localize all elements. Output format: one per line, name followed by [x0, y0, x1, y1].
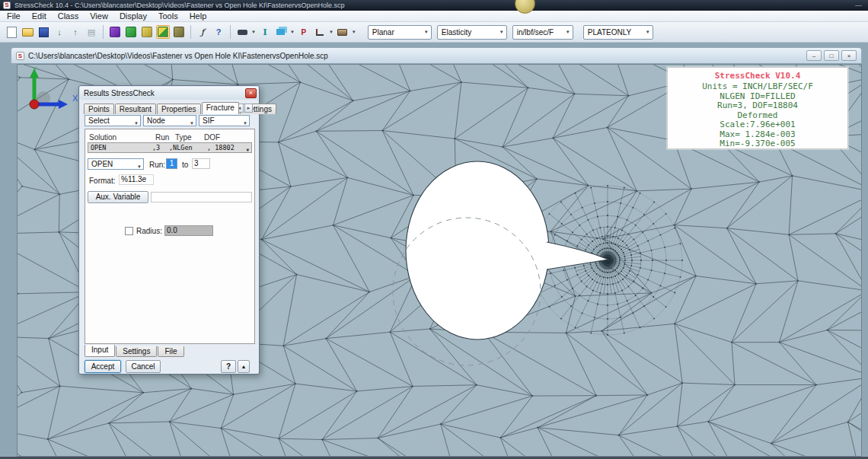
menu-file[interactable]: File	[7, 11, 21, 21]
menu-edit[interactable]: Edit	[32, 11, 46, 21]
column-run: Run	[155, 133, 169, 142]
menu-bar: File Edit Class View Display Tools Help	[0, 11, 868, 22]
info-min: Min=-9.370e-005	[668, 139, 847, 149]
view-dropdown[interactable]: ▼	[352, 30, 356, 34]
accept-button[interactable]: Accept	[85, 360, 121, 373]
plot-dropdown[interactable]: ▼	[329, 30, 333, 34]
units-combo[interactable]: in/lbf/sec/F ▼	[512, 25, 573, 40]
radius-input[interactable]: 0.0	[164, 225, 213, 236]
tab-resultant[interactable]: Resultant	[115, 104, 156, 114]
results-dialog[interactable]: Results StressCheck × Points Resultant P…	[78, 85, 260, 375]
toolbar-separator	[190, 25, 191, 39]
units-combo-value: in/lbf/sec/F	[517, 28, 554, 37]
class-material-button[interactable]	[140, 25, 154, 39]
help-button[interactable]: ?	[212, 25, 225, 39]
save-button[interactable]	[37, 25, 50, 39]
open-folder-icon	[22, 28, 34, 37]
child-window-titlebar[interactable]: S C:\Users\blancaster\Desktop\Videos\Fas…	[11, 47, 862, 63]
layers-dropdown[interactable]: ▼	[290, 30, 295, 34]
btab-settings[interactable]: Settings	[116, 346, 157, 357]
fracture-panel: Solution Run Type DOF OPEN ,3 ,NLGen , 1…	[85, 129, 255, 344]
btab-input[interactable]: Input	[85, 345, 115, 357]
run-to-input[interactable]: 3	[192, 158, 210, 169]
chevron-down-icon: ▼	[646, 30, 650, 34]
reference-combo-value: Planar	[372, 28, 394, 37]
tab-properties[interactable]: Properties	[157, 104, 201, 114]
view-tool-button[interactable]	[336, 25, 349, 39]
run-from-input[interactable]: 1	[166, 158, 177, 169]
child-close-button[interactable]: ×	[841, 50, 857, 61]
info-title: StressCheck V10.4	[668, 71, 847, 81]
import-button[interactable]: ↓	[53, 25, 66, 39]
theory-combo[interactable]: Elasticity ▼	[437, 25, 507, 40]
layers-tool-button[interactable]	[274, 25, 288, 39]
menu-display[interactable]: Display	[120, 11, 147, 21]
tab-scroll-right-button[interactable]: ►	[244, 104, 253, 113]
menu-class[interactable]: Class	[58, 11, 79, 21]
info-run-dof: Run=3, DOF=18804	[668, 101, 847, 111]
menu-view[interactable]: View	[90, 11, 108, 21]
solution-name-value: OPEN	[91, 160, 113, 168]
format-input[interactable]: %11.3e	[119, 174, 154, 185]
x-axis-label: X	[72, 94, 78, 103]
solution-record-name: OPEN	[88, 143, 152, 152]
cancel-button[interactable]: Cancel	[126, 360, 161, 373]
new-file-button[interactable]	[5, 25, 18, 39]
menu-help[interactable]: Help	[190, 11, 207, 21]
x-axis-arrowhead	[59, 100, 68, 109]
select-combo[interactable]: Select ▼	[85, 115, 141, 126]
function-info-button[interactable]: ƒ	[196, 25, 209, 39]
collapse-button[interactable]: ▲	[238, 360, 250, 373]
select-mode-button[interactable]	[235, 25, 249, 39]
export-button[interactable]: ↑	[69, 25, 82, 39]
aux-variable-button[interactable]: Aux. Variable	[88, 191, 148, 203]
new-file-icon	[7, 27, 17, 38]
material-icon	[142, 27, 152, 37]
column-solution: Solution	[89, 133, 116, 142]
column-dof: DOF	[204, 133, 220, 142]
class-geometry-button[interactable]	[108, 25, 122, 39]
dialog-close-button[interactable]: ×	[245, 88, 257, 98]
app-minimize-button[interactable]: —	[855, 2, 862, 9]
app-title: StressCheck 10.4 - C:\Users\blancaster\D…	[14, 2, 345, 9]
theory-combo-value: Elasticity	[442, 28, 471, 37]
solution-record-combo[interactable]: OPEN ,3 ,NLGen , 18802 ▼	[88, 142, 252, 153]
class-results-button[interactable]	[156, 25, 170, 39]
child-minimize-button[interactable]: –	[806, 50, 822, 61]
points-icon: P	[302, 28, 307, 37]
context-help-button[interactable]: ?	[221, 360, 236, 373]
toolbar: ↓ ↑ ▤ ƒ ? ▼ I ▼ P ▼ ▼ Planar ▼ Elasticit…	[0, 22, 868, 43]
class-mesh-button[interactable]	[124, 25, 138, 39]
mesh-icon	[126, 27, 136, 37]
select-mode-dropdown[interactable]: ▼	[251, 30, 256, 34]
open-file-button[interactable]	[21, 25, 34, 39]
btab-file[interactable]: File	[158, 346, 183, 357]
run-label: Run:	[149, 161, 165, 169]
entity-combo[interactable]: Node ▼	[143, 115, 196, 126]
menu-tools[interactable]: Tools	[158, 11, 178, 21]
child-restore-button[interactable]: □	[824, 50, 839, 61]
toolbar-separator	[103, 25, 104, 39]
reference-combo[interactable]: Planar ▼	[368, 25, 432, 40]
child-window-title: C:\Users\blancaster\Desktop\Videos\Faste…	[28, 52, 804, 60]
print-button[interactable]: ▤	[85, 25, 98, 39]
y-axis-label: Y	[33, 65, 37, 72]
tab-fracture[interactable]: Fracture	[202, 102, 239, 114]
ibeam-icon: I	[263, 27, 266, 37]
chevron-down-icon: ▼	[246, 145, 249, 155]
plot-tool-button[interactable]	[313, 25, 327, 39]
model-combo[interactable]: PLATEONLY ▼	[583, 25, 653, 40]
radius-checkbox[interactable]	[125, 227, 133, 235]
select-combo-value: Select	[88, 116, 110, 125]
dialog-titlebar[interactable]: Results StressCheck	[80, 87, 258, 100]
solution-name-combo[interactable]: OPEN ▼	[88, 158, 144, 170]
solution-record-run: ,3	[152, 143, 169, 152]
class-solution-button[interactable]	[172, 25, 186, 39]
points-tool-button[interactable]: P	[297, 25, 311, 39]
ibeam-tool-button[interactable]: I	[258, 25, 272, 39]
stresscheck-logo-icon: S	[16, 52, 24, 60]
function-combo[interactable]: SIF ▼	[199, 115, 250, 126]
solution-record-type: ,NLGen	[169, 143, 207, 152]
aux-variable-input[interactable]	[151, 192, 252, 202]
tab-points[interactable]: Points	[84, 104, 114, 114]
